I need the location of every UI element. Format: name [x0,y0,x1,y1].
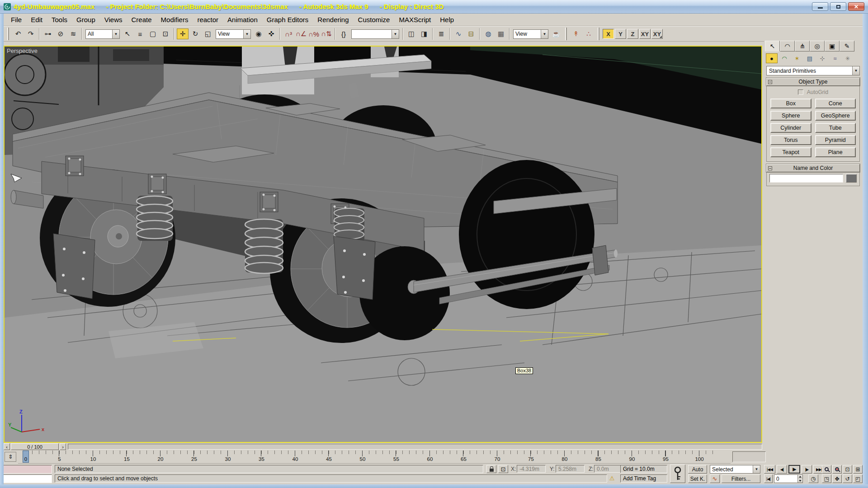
set-keys-button[interactable] [670,465,685,483]
align-icon[interactable]: ◨ [418,28,430,39]
min-max-toggle-button[interactable]: ◰ [853,474,863,483]
object-button-teapot[interactable]: Teapot [770,147,811,157]
spinner-snap-icon[interactable]: ∩⇅ [321,28,332,39]
category-helpers-icon[interactable]: ⊹ [816,53,828,63]
key-filter-target-dropdown[interactable]: Selected ▼ [710,465,760,474]
menu-graph-editors[interactable]: Graph Editors [262,14,313,25]
render-type-dropdown[interactable]: View▼ [513,29,548,39]
x-coord-field[interactable]: -4.319m [517,465,546,473]
redo-icon[interactable]: ↷ [25,28,37,39]
axis-xy-flyout-button[interactable]: XY [651,29,663,39]
key-mode-toggle[interactable]: |◀| [764,474,773,483]
object-button-tube[interactable]: Tube [815,123,856,133]
axis-y-button[interactable]: Y [615,29,626,39]
menu-group[interactable]: Group [72,14,100,25]
viewport-perspective[interactable]: Perspective Box38 Z x Y [4,46,762,443]
play-button[interactable]: ▶ [788,465,800,474]
axis-z-button[interactable]: Z [627,29,638,39]
extras-autogrid-icon[interactable]: ↟ [570,28,582,39]
dropdown-arrow-icon[interactable]: ▼ [392,30,399,38]
default-tangent-button[interactable]: ∿ [710,474,720,483]
menu-rendering[interactable]: Rendering [313,14,353,25]
next-frame-button[interactable]: |▶ [802,465,812,474]
object-type-rollout-header[interactable]: Object Type [766,78,860,86]
menu-animation[interactable]: Animation [223,14,262,25]
layer-manager-icon[interactable]: ≣ [435,28,447,39]
zoom-button[interactable] [822,465,831,474]
undo-icon[interactable]: ↶ [12,28,24,39]
menu-tools[interactable]: Tools [47,14,72,25]
tab-modify-icon[interactable]: ◠ [780,41,795,52]
menu-edit[interactable]: Edit [26,14,47,25]
y-coord-field[interactable]: 5.258m [556,465,585,473]
object-color-swatch[interactable] [846,174,857,183]
name-color-rollout-header[interactable]: Name and Color [766,164,860,172]
category-systems-icon[interactable]: ✳ [842,53,854,63]
select-and-link-icon[interactable]: ⊶ [42,28,54,39]
set-key-button[interactable]: Set K. [688,474,707,483]
dropdown-arrow-icon[interactable]: ▼ [852,66,859,75]
render-scene-icon[interactable]: ▦ [495,28,507,39]
category-shapes-icon[interactable]: ◠ [778,53,790,63]
time-ruler[interactable]: 0510152025303540455055606570758085909510… [18,450,731,464]
time-slider[interactable]: 0 / 100 [11,443,59,450]
time-slider-next-button[interactable]: › [60,443,66,450]
axis-x-button[interactable]: X [603,29,614,39]
rectangular-selection-region-icon[interactable]: ▢ [147,28,159,39]
dropdown-arrow-icon[interactable]: ▼ [541,30,548,38]
object-button-torus[interactable]: Torus [770,135,811,145]
menu-file[interactable]: File [6,14,26,25]
menu-modifiers[interactable]: Modifiers [156,14,193,25]
previous-frame-button[interactable]: ◀| [777,465,787,474]
object-button-sphere[interactable]: Sphere [770,111,811,121]
extras-array-icon[interactable]: ∴ [583,28,594,39]
maximize-button[interactable] [830,2,846,11]
pan-button[interactable]: ✥ [832,474,842,483]
frame-spinner[interactable] [797,475,802,483]
title-bar[interactable]: 4yd-Umbauwagen05.max - Project Folder: C… [0,0,868,14]
time-slider-track[interactable] [68,444,762,450]
zoom-extents-all-button[interactable]: ⊞ [853,465,863,474]
arc-rotate-button[interactable]: ↺ [843,474,852,483]
time-configuration-button[interactable]: ◷ [808,474,818,483]
window-crossing-icon[interactable]: ⊡ [160,28,171,39]
auto-key-button[interactable]: Auto [688,465,707,474]
bind-to-space-warp-icon[interactable]: ≋ [67,28,79,39]
menu-create[interactable]: Create [127,14,156,25]
snap-toggle-3d-icon[interactable]: ∩³ [283,28,294,39]
select-object-icon[interactable]: ↖ [122,28,133,39]
spinner-down-icon[interactable] [798,479,802,483]
dropdown-arrow-icon[interactable]: ▼ [753,465,760,473]
viewport-label[interactable]: Perspective [7,47,38,54]
add-time-tag[interactable]: Add Time Tag [620,474,667,483]
unlink-selection-icon[interactable]: ⊘ [55,28,66,39]
maxscript-mini-listener[interactable] [1,474,52,483]
category-dropdown[interactable]: Standard Primitives ▼ [766,66,860,75]
use-pivot-point-icon[interactable]: ◉ [253,28,264,39]
object-button-pyramid[interactable]: Pyramid [815,135,856,145]
mirror-icon[interactable]: ◫ [406,28,417,39]
category-cameras-icon[interactable]: ▤ [804,53,816,63]
edit-named-selections-icon[interactable]: {} [338,28,349,39]
reference-coordinate-dropdown[interactable]: View▼ [216,29,251,39]
tab-utilities-icon[interactable]: ✎ [840,41,854,52]
curve-editor-icon[interactable]: ∿ [453,28,464,39]
menu-reactor[interactable]: reactor [193,14,223,25]
autogrid-checkbox[interactable] [798,89,803,95]
tab-create-icon[interactable]: ↖ [765,41,780,52]
zoom-extents-button[interactable]: ⊡ [843,465,852,474]
dropdown-arrow-icon[interactable]: ▼ [112,30,119,38]
angle-snap-icon[interactable]: ∩∠ [295,28,307,39]
menu-customize[interactable]: Customize [354,14,395,25]
zoom-all-button[interactable] [832,465,842,474]
mini-trackbar-button[interactable]: ⇕ [5,452,16,462]
maxscript-mini-listener-macro[interactable] [1,465,52,474]
named-selection-sets-dropdown[interactable]: ▼ [351,29,399,39]
object-button-plane[interactable]: Plane [815,147,856,157]
absolute-offset-toggle[interactable]: ⊡ [498,465,508,473]
tab-display-icon[interactable]: ▣ [825,41,840,52]
menu-help[interactable]: Help [435,14,458,25]
category-space-warps-icon[interactable]: ≈ [829,53,841,63]
object-button-cone[interactable]: Cone [815,99,856,108]
category-lights-icon[interactable]: ✶ [791,53,803,63]
